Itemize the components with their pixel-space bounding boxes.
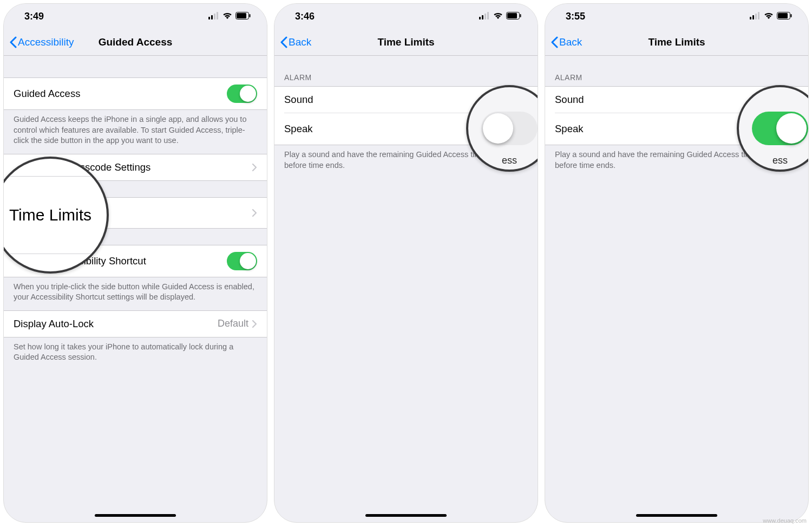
svg-rect-3 [217,12,218,20]
svg-rect-19 [778,13,788,18]
svg-rect-10 [487,12,489,20]
back-label: Back [289,36,311,48]
toggle-knob [240,253,256,269]
svg-rect-9 [484,14,486,20]
cell-label: Speak [284,123,497,135]
toggle-knob [240,86,256,102]
phone-screen-time-limits-on: 3:55 Back Time Limits ALARM Sound Speak … [545,3,809,523]
status-bar: 3:55 [545,4,808,29]
phone-screen-time-limits-off: 3:46 Back Time Limits ALARM Sound Speak … [274,3,538,523]
status-indicators [208,11,251,22]
cell-label: Display Auto-Lock [14,318,218,330]
magnified-toggle [752,112,808,145]
nav-title: Time Limits [648,36,705,48]
battery-icon [235,11,251,22]
home-indicator[interactable] [95,514,176,517]
battery-icon [777,11,792,22]
chevron-left-icon [551,36,558,48]
toggle-knob [483,113,513,144]
svg-rect-12 [507,13,517,18]
toggle-knob [776,113,807,144]
chevron-right-icon [252,320,257,328]
signal-icon [208,11,219,22]
settings-content: Guided Access Guided Access keeps the iP… [4,56,267,522]
shortcut-footer: When you triple-click the side button wh… [4,277,267,310]
back-button[interactable]: Back [280,36,311,48]
wifi-icon [222,11,232,22]
cell-value: Default [218,318,248,329]
back-button[interactable]: Accessibility [9,36,74,48]
status-time: 3:55 [566,11,585,22]
home-indicator[interactable] [636,514,717,517]
cell-label: Speak [555,123,768,135]
nav-bar: Back Time Limits [545,29,808,56]
svg-rect-20 [791,14,792,17]
status-time: 3:46 [295,11,315,22]
signal-icon [750,11,761,22]
status-indicators [479,11,521,22]
back-label: Back [559,36,582,48]
chevron-right-icon [252,163,257,172]
chevron-left-icon [280,36,287,48]
watermark: www.deuaq.com [763,517,807,524]
guided-access-toggle-cell[interactable]: Guided Access [4,78,267,109]
status-time: 3:49 [24,11,44,22]
magnified-toggle [481,112,538,145]
nav-bar: Accessibility Guided Access [4,29,267,56]
nav-bar: Back Time Limits [274,29,538,56]
alarm-section-header: ALARM [274,56,538,86]
guided-access-footer: Guided Access keeps the iPhone in a sing… [4,110,267,154]
chevron-right-icon [252,209,257,217]
status-bar: 3:46 [274,4,538,29]
cell-label: Guided Access [14,88,227,100]
svg-rect-16 [755,14,757,20]
alarm-section-header: ALARM [545,56,808,86]
svg-rect-14 [750,17,751,20]
svg-rect-8 [482,15,483,20]
nav-title: Guided Access [99,36,173,48]
magnifier-edge-text: ess [502,155,517,166]
svg-rect-5 [237,13,246,18]
status-bar: 3:49 [4,4,267,29]
svg-rect-2 [214,14,215,20]
wifi-icon [493,11,503,22]
svg-rect-0 [208,17,210,20]
autolock-group: Display Auto-Lock Default [4,310,267,337]
back-label: Accessibility [18,36,74,48]
wifi-icon [764,11,774,22]
nav-title: Time Limits [377,36,434,48]
accessibility-shortcut-toggle[interactable] [227,252,257,270]
svg-rect-6 [250,14,251,17]
status-indicators [750,11,792,22]
magnifier-label: Time Limits [3,206,107,224]
guided-access-toggle-group: Guided Access [4,77,267,110]
back-button[interactable]: Back [551,36,582,48]
svg-rect-1 [211,15,213,20]
battery-icon [506,11,521,22]
svg-rect-15 [752,15,754,20]
svg-rect-13 [520,14,521,17]
signal-icon [479,11,490,22]
svg-rect-7 [479,17,481,20]
guided-access-toggle[interactable] [227,85,257,103]
home-indicator[interactable] [365,514,447,517]
phone-screen-guided-access: 3:49 Accessibility Guided Access Guided … [3,3,267,523]
display-auto-lock-cell[interactable]: Display Auto-Lock Default [4,311,267,337]
magnifier-edge-text: ess [772,155,788,166]
chevron-left-icon [9,36,17,48]
autolock-footer: Set how long it takes your iPhone to aut… [4,337,267,371]
svg-rect-17 [758,12,759,20]
